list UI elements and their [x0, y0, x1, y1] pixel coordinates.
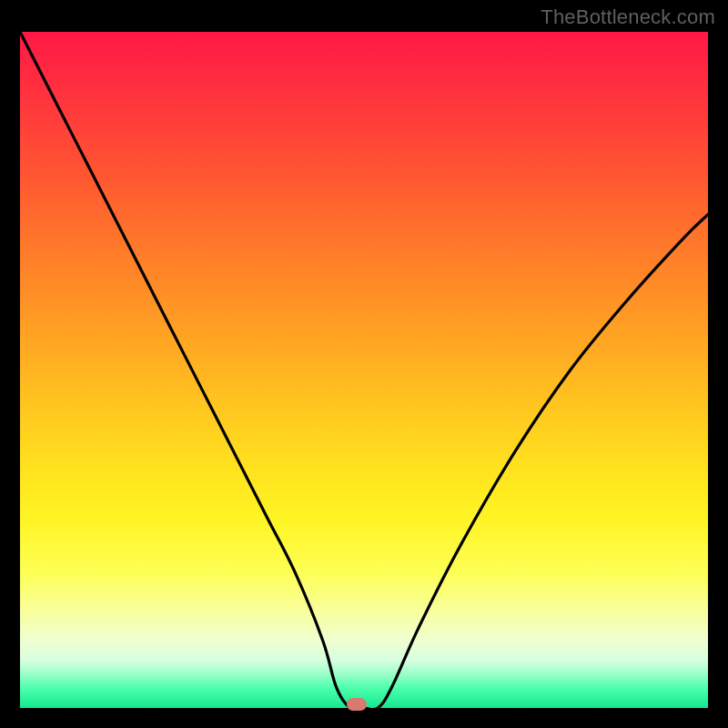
curve-svg — [20, 32, 708, 708]
bottleneck-curve — [20, 32, 708, 708]
optimum-marker — [347, 698, 367, 711]
chart-frame: TheBottleneck.com — [0, 0, 728, 728]
plot-area — [20, 32, 708, 708]
watermark-text: TheBottleneck.com — [541, 5, 715, 29]
